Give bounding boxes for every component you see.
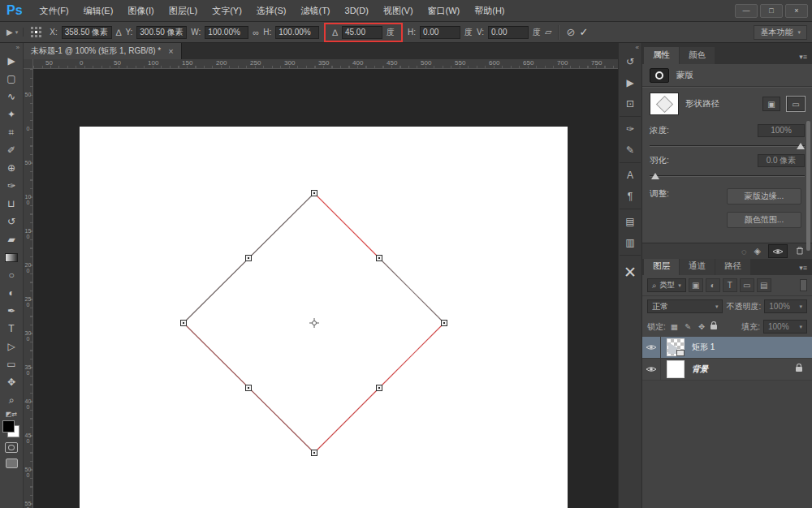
- move-tool[interactable]: ▶: [2, 52, 21, 70]
- screen-mode-icon[interactable]: [6, 458, 18, 468]
- filter-adjustment-layers-icon[interactable]: ◐: [706, 278, 720, 292]
- menu-item-8[interactable]: 3D(D): [338, 1, 376, 21]
- ref-se[interactable]: [39, 35, 41, 37]
- layer-filter-type-dropdown[interactable]: ⌕ 类型 ▾: [647, 278, 686, 292]
- restore-button[interactable]: □: [760, 4, 783, 18]
- close-tab-icon[interactable]: ×: [168, 46, 173, 56]
- y-position-field[interactable]: 300.50 像素: [136, 26, 187, 39]
- brushes-panel-icon[interactable]: ✕: [620, 255, 641, 286]
- tool-preset-picker[interactable]: ▶ ▾: [5, 28, 24, 37]
- density-value-field[interactable]: 100%: [758, 124, 805, 137]
- layer-row-rectangle-1[interactable]: 矩形 1: [642, 337, 812, 359]
- eyedropper-tool[interactable]: ✐: [2, 141, 21, 159]
- ref-ne[interactable]: [39, 27, 41, 29]
- path-selection-tool[interactable]: ▷: [2, 338, 21, 355]
- cancel-transform-button[interactable]: ⊘: [566, 26, 575, 38]
- vertical-ruler[interactable]: 10050050100150200250300350400450500550: [24, 69, 33, 508]
- width-field[interactable]: 100.00%: [205, 26, 248, 39]
- opacity-dropdown[interactable]: 100% ▾: [764, 299, 807, 313]
- load-selection-icon[interactable]: ◌: [741, 247, 747, 256]
- filter-smart-objects-icon[interactable]: ▤: [757, 278, 771, 292]
- tab-layers[interactable]: 图层: [644, 258, 679, 275]
- expand-panels-icon[interactable]: «: [636, 44, 639, 51]
- clone-stamp-tool[interactable]: ⊔: [2, 195, 21, 213]
- density-slider-thumb[interactable]: [797, 143, 805, 149]
- info-panel-icon[interactable]: ▤: [620, 209, 641, 232]
- swap-colors-icon[interactable]: ◩⇄: [6, 409, 17, 419]
- paragraph-panel-icon[interactable]: ¶: [620, 186, 640, 207]
- minimize-button[interactable]: —: [735, 4, 758, 18]
- color-range-button[interactable]: 颜色范围...: [727, 212, 801, 228]
- reference-point-icon[interactable]: [313, 321, 317, 325]
- scrollbar[interactable]: [806, 121, 810, 251]
- lock-all-icon[interactable]: [710, 325, 717, 329]
- magic-wand-tool[interactable]: ✦: [2, 105, 21, 123]
- lock-position-icon[interactable]: ✥: [697, 322, 707, 331]
- transform-overlay[interactable]: [80, 127, 568, 508]
- add-vector-mask-button[interactable]: ▭: [787, 97, 805, 111]
- blend-mode-dropdown[interactable]: 正常 ▾: [647, 299, 723, 313]
- menu-item-10[interactable]: 窗口(W): [421, 1, 468, 21]
- collapse-tools-icon[interactable]: »: [16, 44, 19, 51]
- relative-position-icon[interactable]: ∆: [116, 28, 122, 37]
- brush-tool[interactable]: ✑: [2, 177, 21, 195]
- feather-slider-thumb[interactable]: [651, 173, 659, 179]
- clone-source-panel-icon[interactable]: ⊡: [620, 93, 640, 114]
- ref-w[interactable]: [31, 31, 33, 33]
- height-field[interactable]: 100.00%: [275, 26, 319, 39]
- filter-shape-layers-icon[interactable]: ▭: [740, 278, 754, 292]
- character-panel-icon[interactable]: A: [620, 162, 641, 186]
- eraser-tool[interactable]: ▰: [2, 230, 21, 248]
- menu-item-11[interactable]: 帮助(H): [467, 1, 512, 21]
- menu-item-4[interactable]: 图层(L): [162, 1, 205, 21]
- menu-item-1[interactable]: 文件(F): [32, 1, 76, 21]
- foreground-color-swatch[interactable]: [2, 420, 15, 433]
- shape-path-thumbnail[interactable]: [650, 93, 679, 115]
- layer-row-background[interactable]: 背景: [642, 359, 812, 381]
- horizontal-ruler[interactable]: 5005010015020025030035040045050055060065…: [33, 59, 618, 69]
- layer-visibility-toggle[interactable]: [642, 359, 661, 380]
- menu-item-2[interactable]: 编辑(E): [76, 1, 121, 21]
- document-tab[interactable]: 未标题-1 @ 100% (矩形 1, RGB/8) * ×: [24, 43, 182, 59]
- layer-comps-panel-icon[interactable]: ▥: [620, 232, 640, 253]
- ref-n[interactable]: [35, 27, 37, 29]
- ruler-corner[interactable]: [24, 59, 33, 69]
- menu-item-3[interactable]: 图像(I): [120, 1, 161, 21]
- menu-item-6[interactable]: 选择(S): [249, 1, 294, 21]
- h-skew-field[interactable]: 0.00: [420, 26, 460, 39]
- feather-slider[interactable]: [650, 173, 805, 180]
- panel-menu-icon[interactable]: ▾≡: [799, 53, 812, 64]
- zoom-tool[interactable]: ⌕: [2, 391, 21, 409]
- menu-item-7[interactable]: 滤镜(T): [293, 1, 337, 21]
- pen-tool[interactable]: ✒: [2, 302, 21, 320]
- actions-panel-icon[interactable]: ▶: [620, 72, 640, 93]
- density-slider[interactable]: [650, 143, 805, 150]
- hand-tool[interactable]: ✥: [2, 373, 21, 391]
- apply-mask-icon[interactable]: ◈: [754, 246, 761, 256]
- workspace-switcher[interactable]: 基本功能 ▾: [754, 25, 807, 40]
- layer-name[interactable]: 背景: [692, 364, 796, 375]
- skew-mode-icon[interactable]: ▱: [545, 27, 551, 37]
- type-tool[interactable]: T: [2, 320, 21, 338]
- quick-mask-icon[interactable]: [5, 442, 18, 453]
- rectangle-tool[interactable]: ▭: [2, 355, 21, 373]
- menu-item-5[interactable]: 文字(Y): [205, 1, 249, 21]
- canvas-page[interactable]: [80, 127, 568, 508]
- layer-name[interactable]: 矩形 1: [692, 342, 812, 353]
- ref-center[interactable]: [35, 31, 37, 33]
- link-dimensions-icon[interactable]: ∞: [253, 28, 259, 37]
- lock-image-icon[interactable]: ✎: [683, 322, 693, 331]
- filter-pixel-layers-icon[interactable]: ▣: [689, 278, 703, 292]
- ref-nw[interactable]: [31, 27, 33, 29]
- ref-e[interactable]: [39, 31, 41, 33]
- commit-transform-button[interactable]: ✓: [579, 26, 588, 38]
- dodge-tool[interactable]: ◐: [2, 284, 21, 302]
- history-brush-tool[interactable]: ↺: [2, 213, 21, 230]
- tab-paths[interactable]: 路径: [715, 258, 750, 275]
- blur-tool[interactable]: ○: [2, 266, 21, 284]
- feather-value-field[interactable]: 0.0 像素: [758, 154, 805, 167]
- mask-visibility-toggle[interactable]: [768, 244, 788, 258]
- fill-dropdown[interactable]: 100%▾: [763, 320, 807, 334]
- close-button[interactable]: ×: [785, 4, 808, 18]
- reference-point-locator[interactable]: [31, 27, 42, 38]
